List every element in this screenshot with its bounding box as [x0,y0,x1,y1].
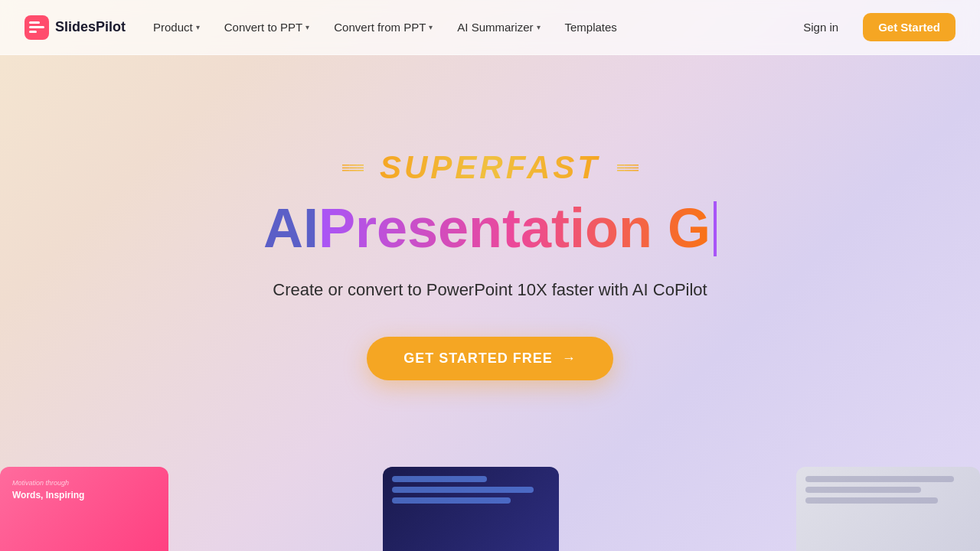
dark-card-bar-short-2 [392,497,511,504]
light-card-line-3 [805,497,938,504]
hero-title-ai: AI [263,198,318,259]
svg-rect-3 [29,31,37,33]
nav-convert-from-ppt[interactable]: Convert from PPT ▾ [325,15,442,40]
nav-convert-from-ppt-label: Convert from PPT [334,21,426,34]
superfast-label: SUPERFAST [380,149,600,186]
logo-text: SlidesPilot [55,19,126,35]
chevron-down-icon: ▾ [196,23,200,31]
nav-convert-to-ppt-label: Convert to PPT [224,21,303,34]
pink-card-main: Words, Inspiring [12,490,156,502]
light-card-line-2 [805,487,921,493]
hero-subtitle: Create or convert to PowerPoint 10X fast… [273,280,707,300]
svg-rect-2 [29,26,44,28]
get-started-nav-button[interactable]: Get Started [863,13,956,41]
preview-card-pink: Motivation through Words, Inspiring [0,467,168,551]
logo-icon [24,15,49,40]
preview-card-light [796,467,980,551]
chevron-down-icon: ▾ [429,23,433,31]
logo-link[interactable]: SlidesPilot [24,15,126,40]
preview-strip: Motivation through Words, Inspiring [0,467,980,551]
hero-section: SUPERFAST AI Presentation G Create or co… [0,0,980,474]
pink-card-content: Motivation through Words, Inspiring [0,467,168,514]
cta-button-label: GET STARTED FREE [403,350,553,367]
dark-card-content [383,467,559,513]
navbar: SlidesPilot Product ▾ Convert to PPT ▾ C… [0,0,980,55]
hero-title: AI Presentation G [263,198,717,259]
cta-button[interactable]: GET STARTED FREE → [367,337,613,380]
sign-in-button[interactable]: Sign in [791,15,851,40]
nav-templates-label: Templates [565,21,617,34]
nav-ai-summarizer-label: AI Summarizer [457,21,533,34]
nav-product-label: Product [153,21,193,34]
nav-product[interactable]: Product ▾ [144,15,209,40]
nav-ai-summarizer[interactable]: AI Summarizer ▾ [448,15,549,40]
light-card-line-1 [805,476,954,482]
nav-templates[interactable]: Templates [556,15,626,40]
svg-rect-1 [29,21,40,24]
chevron-down-icon: ▾ [537,23,541,31]
chevron-down-icon: ▾ [305,23,309,31]
hero-title-presentation: Presentation G [318,198,710,259]
light-card-content [796,467,980,517]
pink-card-title: Motivation through [12,479,156,487]
arrow-icon: → [562,350,577,367]
cursor-indicator [714,201,717,256]
preview-card-dark [383,467,559,551]
dark-card-bar-full [392,487,534,493]
nav-convert-to-ppt[interactable]: Convert to PPT ▾ [215,15,319,40]
dark-card-bar-short [392,476,487,482]
